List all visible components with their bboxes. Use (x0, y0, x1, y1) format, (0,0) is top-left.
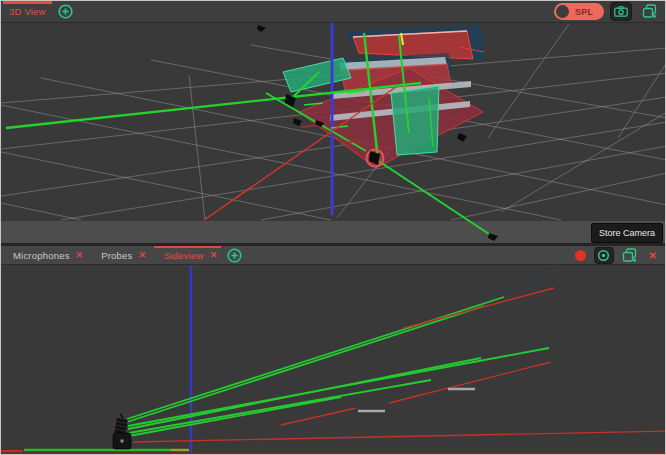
ground-lines (1, 450, 666, 454)
tab-sideview-label: Sideview (164, 250, 204, 261)
tab-sideview[interactable]: Sideview ✕ (152, 246, 223, 264)
spl-toggle-knob[interactable] (556, 5, 569, 18)
floor-strip (1, 221, 666, 243)
record-button[interactable] (575, 250, 586, 261)
tab-microphones[interactable]: Microphones ✕ (1, 246, 89, 264)
tab-microphones-label: Microphones (13, 250, 70, 261)
add-view-button[interactable] (58, 4, 73, 19)
close-tab-icon[interactable]: ✕ (210, 250, 218, 260)
spl-toggle-label: SPL (575, 7, 593, 17)
camera-icon (614, 6, 628, 17)
tab-3d-view[interactable]: 3D View (1, 1, 54, 22)
close-tab-icon[interactable]: ✕ (76, 250, 84, 260)
store-camera-tooltip: Store Camera (591, 223, 663, 243)
probe-target-button[interactable] (594, 247, 614, 264)
tab-probes-label: Probes (101, 250, 132, 261)
bottom-tab-bar: Microphones ✕ Probes ✕ Sideview ✕ (1, 246, 665, 265)
top-tab-bar: 3D View SPL (1, 1, 665, 23)
plus-icon (227, 248, 242, 263)
rigging-hook (120, 414, 123, 418)
plus-icon (58, 4, 73, 19)
viewport-sideview[interactable] (1, 265, 666, 455)
tab-probes[interactable]: Probes ✕ (89, 246, 152, 264)
stage-panel-teal-right[interactable] (391, 86, 439, 155)
speaker-icon[interactable] (457, 133, 467, 142)
target-icon (597, 249, 610, 262)
duplicate-view-button[interactable] (640, 2, 660, 21)
speaker-icon[interactable] (257, 25, 266, 32)
duplicate-view-button[interactable] (620, 246, 640, 265)
store-camera-button[interactable] (610, 2, 632, 21)
duplicate-views-icon (622, 248, 638, 263)
spl-toggle[interactable]: SPL (554, 3, 604, 20)
tab-3d-view-label: 3D View (9, 6, 46, 17)
add-view-button[interactable] (227, 248, 242, 263)
duplicate-views-icon (642, 4, 658, 19)
venue-panels[interactable] (283, 25, 485, 168)
viewport-3d[interactable]: Store Camera (1, 23, 666, 243)
subwoofer-logo (121, 440, 124, 443)
speaker-icon[interactable] (293, 118, 302, 126)
close-view-button[interactable]: ✕ (645, 250, 661, 261)
close-tab-icon[interactable]: ✕ (138, 250, 146, 260)
audience-segments (358, 389, 475, 411)
app-window: 3D View SPL (0, 0, 666, 455)
